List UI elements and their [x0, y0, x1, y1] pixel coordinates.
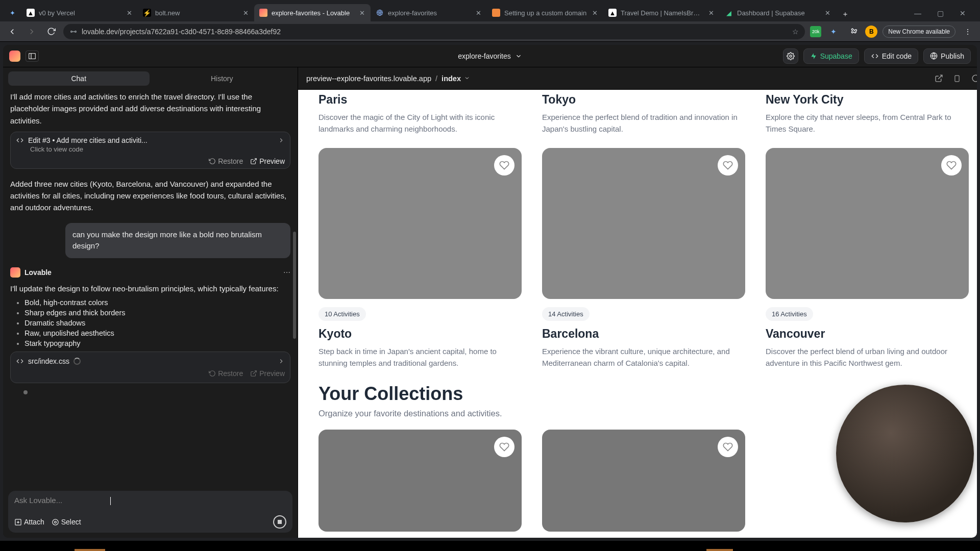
list-item: Sharp edges and thick borders [24, 309, 290, 317]
window-close-button[interactable]: ✕ [954, 5, 971, 21]
city-card[interactable]: 16 Activities Vancouver Discover the per… [766, 148, 969, 369]
code-icon [871, 53, 879, 60]
close-icon[interactable]: ✕ [824, 9, 831, 16]
close-icon[interactable]: ✕ [126, 9, 133, 16]
text-caret [110, 497, 111, 505]
browser-menu-button[interactable]: ⋮ [961, 24, 975, 39]
favorite-button[interactable] [941, 155, 962, 176]
forward-button[interactable] [24, 24, 39, 39]
browser-tab-title: Travel Demo | NameIsBrenda [621, 9, 703, 17]
chevron-right-icon[interactable] [278, 358, 285, 365]
heart-icon [499, 160, 509, 170]
browser-tab[interactable]: ⚡ bolt.new ✕ [138, 4, 254, 21]
list-item: Dramatic shadows [24, 319, 290, 327]
preview-frame[interactable]: Paris Discover the magic of the City of … [298, 90, 977, 538]
doc-icon [492, 9, 500, 17]
select-button[interactable]: Select [52, 518, 81, 526]
city-title: New York City [766, 93, 969, 107]
preview-button[interactable]: Preview [250, 157, 285, 165]
collection-image[interactable] [318, 430, 522, 532]
close-icon[interactable]: ✕ [242, 9, 249, 16]
publish-button[interactable]: Publish [923, 48, 971, 64]
window-maximize-button[interactable]: ▢ [932, 5, 948, 21]
lovable-logo-icon[interactable] [9, 51, 20, 62]
star-icon[interactable]: ☆ [792, 28, 799, 36]
favorite-button[interactable] [718, 155, 738, 176]
browser-tabstrip: ✦ ▲ v0 by Vercel ✕ ⚡ bolt.new ✕ explore-… [0, 0, 980, 21]
edit-code-button[interactable]: Edit code [864, 48, 918, 64]
attach-button[interactable]: Attach [14, 518, 44, 526]
city-card[interactable]: 14 Activities Barcelona Experience the v… [542, 148, 745, 369]
close-icon[interactable]: ✕ [358, 9, 365, 16]
refresh-preview-button[interactable] [970, 73, 977, 84]
extensions-button[interactable] [846, 24, 860, 39]
window-minimize-button[interactable]: — [910, 5, 926, 21]
supabase-icon: ◢ [725, 9, 733, 17]
supabase-button[interactable]: Supabase [803, 48, 859, 64]
close-icon[interactable]: ✕ [475, 9, 482, 16]
file-card[interactable]: src/index.css Restore [10, 352, 290, 383]
reload-button[interactable] [44, 24, 58, 39]
assistant-name: Lovable [24, 268, 52, 277]
city-desc: Discover the perfect blend of urban livi… [766, 346, 969, 369]
preview-button: Preview [250, 369, 285, 378]
restore-icon [209, 370, 216, 377]
browser-tab[interactable]: ▲ Travel Demo | NameIsBrenda ✕ [603, 4, 720, 21]
list-item: Raw, unpolished aesthetics [24, 329, 290, 337]
site-info-icon[interactable] [69, 28, 78, 36]
browser-tab[interactable]: Setting up a custom domain ✕ [487, 4, 603, 21]
city-card[interactable]: Tokyo Experience the perfect blend of tr… [542, 93, 745, 135]
browser-tab-pinned[interactable]: ✦ [3, 4, 21, 21]
chat-input[interactable]: Ask Lovable... [14, 496, 286, 515]
globe-icon: 🌐︎ [376, 9, 384, 17]
project-switcher[interactable]: explore-favorites [458, 52, 522, 60]
external-link-icon [250, 370, 257, 377]
browser-tab[interactable]: ▲ v0 by Vercel ✕ [21, 4, 138, 21]
preview-route[interactable]: preview--explore-favorites.lovable.app /… [306, 74, 470, 83]
open-external-button[interactable] [933, 73, 944, 84]
mobile-preview-button[interactable] [951, 73, 963, 84]
settings-button[interactable] [783, 48, 798, 64]
svg-point-4 [790, 55, 792, 57]
close-icon[interactable]: ✕ [591, 9, 598, 16]
edit-card[interactable]: Edit #3 • Add more cities and activiti..… [10, 132, 290, 169]
address-bar[interactable]: lovable.dev/projects/a7622a91-c3d0-4571-… [63, 24, 805, 39]
tab-history[interactable]: History [152, 71, 293, 86]
sidebar-toggle-button[interactable] [26, 51, 39, 62]
city-card[interactable]: 10 Activities Kyoto Step back in time in… [318, 148, 522, 369]
collection-image[interactable] [542, 430, 745, 532]
city-card[interactable]: New York City Explore the city that neve… [766, 93, 969, 135]
browser-tab[interactable]: 🌐︎ explore-favorites ✕ [371, 4, 487, 21]
triangle-icon: ▲ [608, 9, 617, 17]
typing-indicator [23, 390, 28, 394]
chrome-update-button[interactable]: New Chrome available [883, 26, 955, 38]
favorite-button[interactable] [494, 155, 514, 176]
browser-tab[interactable]: ◢ Dashboard | Supabase ✕ [720, 4, 836, 21]
assistant-bullet-list: Bold, high-contrast colors Sharp edges a… [10, 298, 290, 347]
city-card[interactable]: Paris Discover the magic of the City of … [318, 93, 522, 135]
chat-scroll-area[interactable]: I'll add more cities and activities to e… [3, 89, 298, 487]
browser-tab-title: v0 by Vercel [39, 9, 121, 17]
message-menu-button[interactable]: ⋯ [283, 268, 290, 277]
profile-avatar[interactable]: B [865, 26, 877, 38]
favorite-button[interactable] [718, 437, 738, 457]
city-desc: Discover the magic of the City of Light … [318, 112, 522, 135]
chevron-right-icon[interactable] [278, 137, 285, 144]
extension-icon[interactable]: 20k [810, 26, 821, 37]
favorite-button[interactable] [494, 437, 514, 457]
restore-button[interactable]: Restore [209, 157, 243, 165]
back-button[interactable] [5, 24, 19, 39]
heart-icon [723, 160, 733, 170]
external-link-icon [935, 74, 943, 83]
extension-icon[interactable]: ✦ [826, 24, 841, 39]
tab-chat[interactable]: Chat [8, 71, 150, 86]
browser-tab-active[interactable]: explore-favorites - Lovable ✕ [254, 4, 371, 21]
stop-button[interactable] [273, 515, 286, 529]
restore-button: Restore [209, 369, 243, 378]
chat-scrollbar[interactable] [293, 232, 296, 339]
close-icon[interactable]: ✕ [707, 9, 715, 16]
city-title: Tokyo [542, 93, 745, 107]
new-tab-button[interactable]: ＋ [838, 7, 852, 21]
heart-icon [259, 9, 267, 17]
browser-tab-title: Setting up a custom domain [504, 9, 587, 17]
